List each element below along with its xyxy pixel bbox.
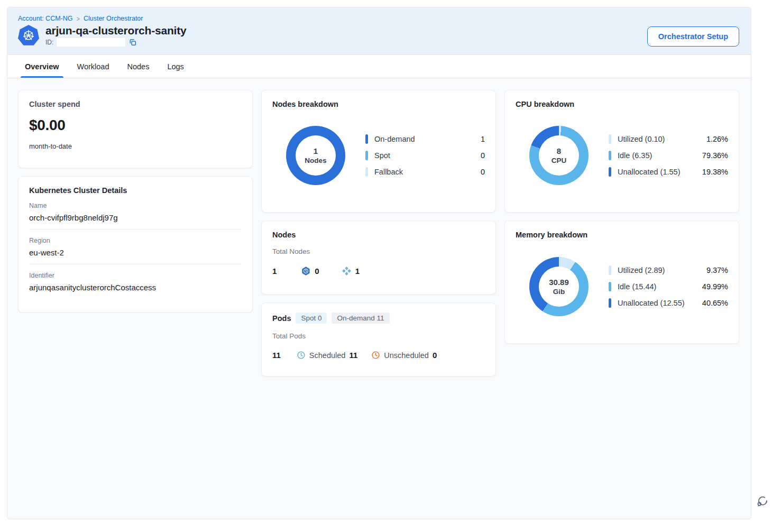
legend-value: 49.99% bbox=[702, 282, 728, 291]
legend-item-fallback: Fallback 0 bbox=[365, 167, 485, 177]
nodes-breakdown-legend: On-demand 1 Spot 0 Fallback 0 bbox=[365, 134, 485, 177]
nodes-breakdown-donut: 1 Nodes bbox=[286, 126, 345, 185]
donut-center-value: 1 bbox=[314, 146, 318, 155]
tab-nodes-label: Nodes bbox=[127, 62, 149, 71]
on-demand-nodes-count: 1 bbox=[355, 267, 360, 276]
detail-field-value: arjunqasanityclusterorchCostaccess bbox=[29, 283, 242, 292]
legend-item-idle: Idle (6.35) 79.36% bbox=[609, 151, 728, 160]
legend-marker bbox=[365, 151, 368, 160]
unscheduled-pods-group: Unscheduled 0 bbox=[371, 351, 437, 360]
donut-center-value: 30.89 bbox=[549, 278, 569, 287]
nodes-breakdown-card: Nodes breakdown 1 Nodes On-demand 1 bbox=[261, 90, 496, 213]
copy-icon[interactable] bbox=[128, 38, 137, 47]
memory-breakdown-legend: Utilized (2.89) 9.37% Idle (15.44) 49.99… bbox=[609, 265, 728, 308]
tab-workload[interactable]: Workload bbox=[77, 55, 109, 78]
detail-field-label: Name bbox=[29, 202, 242, 209]
title-block: arjun-qa-clusterorch-sanity ID: bbox=[45, 24, 187, 47]
memory-breakdown-title: Memory breakdown bbox=[516, 231, 728, 239]
legend-item-on-demand: On-demand 1 bbox=[365, 134, 485, 144]
detail-field-identifier: Identifier arjunqasanityclusterorchCosta… bbox=[29, 264, 242, 299]
breadcrumb-section-link[interactable]: Cluster Orchestrator bbox=[84, 15, 143, 22]
on-demand-nodes-group: 1 bbox=[342, 266, 360, 276]
donut-center: 8 CPU bbox=[539, 135, 579, 176]
unscheduled-pods-count: 0 bbox=[433, 351, 437, 360]
scheduled-pods-count: 11 bbox=[349, 351, 357, 360]
nodes-stat-row: 1 0 bbox=[272, 266, 485, 276]
pods-card-title: Pods bbox=[272, 314, 291, 323]
scheduled-pods-label: Scheduled bbox=[309, 351, 346, 360]
cluster-spend-title: Cluster spend bbox=[29, 100, 242, 108]
spot-nodes-group: 0 bbox=[301, 266, 319, 276]
column-left: Cluster spend $0.00 month-to-date Kubern… bbox=[18, 90, 253, 377]
spot-node-icon bbox=[301, 266, 311, 276]
tab-bar: Overview Workload Nodes Logs bbox=[7, 55, 751, 78]
legend-label: Unallocated (12.55) bbox=[618, 299, 685, 307]
tab-workload-label: Workload bbox=[77, 62, 109, 71]
legend-marker bbox=[609, 298, 611, 308]
legend-value: 79.36% bbox=[702, 151, 728, 160]
chat-feedback-icon[interactable] bbox=[755, 494, 769, 508]
unscheduled-clock-icon bbox=[371, 351, 380, 360]
tab-logs-label: Logs bbox=[167, 62, 183, 71]
memory-breakdown-donut: 30.89 Gib bbox=[529, 257, 589, 316]
tab-logs[interactable]: Logs bbox=[167, 55, 183, 78]
tab-nodes[interactable]: Nodes bbox=[127, 55, 149, 78]
legend-label: Idle (6.35) bbox=[618, 151, 652, 160]
pods-stat-row: 11 Scheduled 11 Uns bbox=[272, 351, 485, 360]
cpu-breakdown-body: 8 CPU Utilized (0.10) 1.26% Idle (6.35) bbox=[516, 108, 728, 203]
total-pods-value: 11 bbox=[272, 351, 281, 360]
donut-center-value: 8 bbox=[557, 146, 561, 155]
nodes-card: Nodes Total Nodes 1 0 bbox=[261, 221, 496, 295]
legend-marker bbox=[609, 282, 611, 291]
column-right: CPU breakdown 8 CPU Utilized (0.10) 1.26… bbox=[504, 90, 739, 377]
legend-label: Unallocated (1.55) bbox=[618, 168, 681, 176]
legend-marker bbox=[609, 265, 611, 275]
detail-field-label: Region bbox=[29, 237, 242, 244]
overview-content: Cluster spend $0.00 month-to-date Kubern… bbox=[7, 78, 751, 377]
scheduled-pods-group: Scheduled 11 bbox=[297, 351, 357, 360]
donut-center-label: CPU bbox=[552, 157, 567, 164]
breadcrumb-account-link[interactable]: Account: CCM-NG bbox=[18, 15, 73, 22]
donut-center-label: Gib bbox=[553, 288, 565, 296]
pods-title-row: Pods Spot 0 On-demand 11 bbox=[272, 313, 485, 324]
cluster-orchestrator-panel: Account: CCM-NG > Cluster Orchestrator bbox=[7, 7, 751, 519]
legend-marker bbox=[609, 167, 611, 177]
detail-field-region: Region eu-west-2 bbox=[29, 230, 242, 264]
tab-overview[interactable]: Overview bbox=[25, 55, 59, 78]
detail-field-name: Name orch-cvifpfl9rbg8neldj97g bbox=[29, 195, 242, 230]
header-left: Account: CCM-NG > Cluster Orchestrator bbox=[18, 15, 187, 54]
nodes-breakdown-body: 1 Nodes On-demand 1 Spot 0 bbox=[272, 108, 485, 203]
donut-center: 1 Nodes bbox=[296, 135, 336, 176]
cluster-details-title: Kubernetes Cluster Details bbox=[29, 186, 242, 195]
cluster-id-row: ID: bbox=[45, 38, 187, 47]
cluster-spend-card: Cluster spend $0.00 month-to-date bbox=[18, 90, 253, 168]
legend-item-utilized: Utilized (2.89) 9.37% bbox=[609, 265, 728, 275]
legend-label: On-demand bbox=[374, 135, 415, 143]
legend-item-utilized: Utilized (0.10) 1.26% bbox=[609, 134, 728, 144]
cluster-spend-period: month-to-date bbox=[29, 142, 242, 150]
orchestrator-setup-button[interactable]: Orchestrator Setup bbox=[647, 26, 739, 47]
spot-pods-badge: Spot 0 bbox=[296, 313, 327, 324]
detail-field-value: orch-cvifpfl9rbg8neldj97g bbox=[29, 213, 242, 222]
kubernetes-cluster-details-card: Kubernetes Cluster Details Name orch-cvi… bbox=[18, 176, 253, 313]
legend-value: 0 bbox=[481, 168, 485, 176]
legend-value: 1 bbox=[481, 135, 485, 143]
cluster-spend-amount: $0.00 bbox=[29, 117, 242, 134]
nodes-card-title: Nodes bbox=[272, 231, 485, 239]
cpu-breakdown-title: CPU breakdown bbox=[516, 100, 728, 108]
legend-value: 9.37% bbox=[706, 266, 728, 274]
donut-center: 30.89 Gib bbox=[539, 267, 579, 307]
nodes-breakdown-title: Nodes breakdown bbox=[272, 100, 485, 108]
legend-value: 1.26% bbox=[706, 135, 728, 143]
page-header: Account: CCM-NG > Cluster Orchestrator bbox=[7, 7, 751, 55]
memory-breakdown-body: 30.89 Gib Utilized (2.89) 9.37% Idle (15 bbox=[516, 239, 728, 334]
legend-marker bbox=[365, 167, 368, 177]
cpu-breakdown-card: CPU breakdown 8 CPU Utilized (0.10) 1.26… bbox=[504, 90, 739, 213]
total-pods-label: Total Pods bbox=[272, 332, 485, 340]
total-nodes-value: 1 bbox=[272, 267, 277, 276]
column-middle: Nodes breakdown 1 Nodes On-demand 1 bbox=[261, 90, 496, 377]
legend-marker bbox=[365, 134, 368, 144]
legend-label: Utilized (2.89) bbox=[618, 266, 665, 274]
unscheduled-pods-label: Unscheduled bbox=[384, 351, 429, 360]
spot-nodes-count: 0 bbox=[315, 267, 319, 276]
